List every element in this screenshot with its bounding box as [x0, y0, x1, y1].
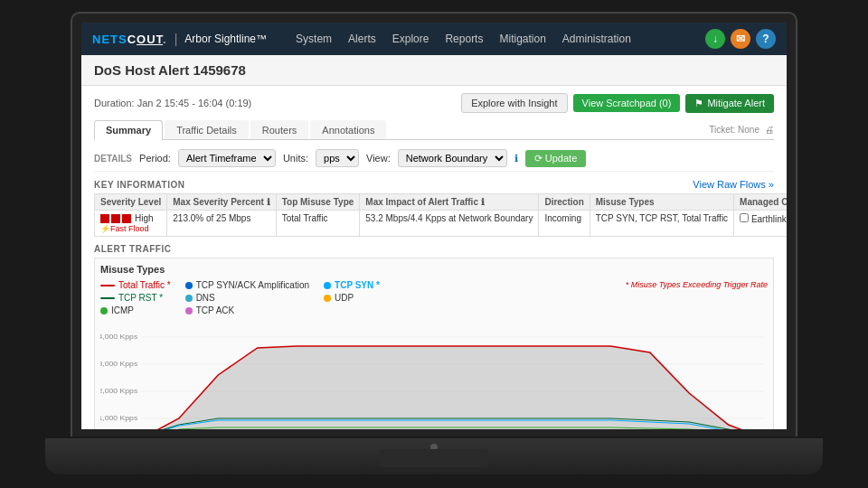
key-info-title: KEY INFORMATION	[94, 180, 184, 190]
top-nav: NETSCOUT. | Arbor Sightline™ System Aler…	[81, 23, 787, 55]
legend-label-tcp-rst: TCP RST *	[118, 293, 163, 303]
action-buttons: Explore with Insight View Scratchpad (0)…	[461, 93, 774, 113]
sev-block-1	[100, 214, 109, 223]
legend-color-tcp-ack	[185, 307, 193, 314]
duration-text: Duration: Jan 2 15:45 - 16:04 (0:19)	[94, 98, 251, 108]
legend-col-1: Total Traffic * TCP RST * ICMP	[100, 280, 171, 315]
view-select[interactable]: Network Boundary	[398, 149, 507, 167]
legend-icmp: ICMP	[100, 305, 171, 315]
legend-note: * Misuse Types Exceeding Trigger Rate	[626, 280, 768, 289]
legend-udp: UDP	[324, 293, 380, 303]
main-nav: System Alerts Explore Reports Mitigation…	[288, 29, 638, 49]
svg-marker-9	[142, 346, 764, 438]
tab-annotations[interactable]: Annotations	[310, 120, 386, 139]
legend-color-icmp	[100, 307, 108, 314]
chart-area: Misuse Types Total Traffic * TCP	[94, 258, 774, 438]
tab-routers[interactable]: Routers	[250, 120, 309, 139]
nav-item-administration[interactable]: Administration	[555, 29, 638, 49]
view-raw-flows-link[interactable]: View Raw Flows »	[693, 179, 774, 190]
svg-text:4,000 Kpps: 4,000 Kpps	[100, 332, 137, 341]
legend-tcp-syn-ack: TCP SYN/ACK Amplification	[185, 280, 309, 290]
period-select[interactable]: Alert Timeframe	[178, 149, 276, 167]
legend-label-udp: UDP	[335, 293, 354, 303]
info-icon: ℹ	[514, 153, 518, 164]
nav-item-reports[interactable]: Reports	[438, 29, 490, 49]
table-row: High ⚡Fast Flood 213.0% of 25 Mbps Total…	[95, 211, 797, 237]
legend-col-2: TCP SYN/ACK Amplification DNS TCP ACK	[185, 280, 309, 315]
controls-bar: DETAILS Period: Alert Timeframe Units: p…	[94, 145, 774, 172]
download-icon-btn[interactable]: ↓	[705, 29, 725, 49]
legend-color-tcp-syn-ack	[185, 282, 193, 289]
col-max-severity: Max Severity Percent ℹ	[167, 194, 276, 211]
legend-tcp-rst: TCP RST *	[100, 293, 171, 303]
nav-item-alerts[interactable]: Alerts	[341, 29, 383, 49]
nav-item-mitigation[interactable]: Mitigation	[492, 29, 552, 49]
nav-icons: ↓ ✉ ?	[705, 29, 776, 49]
col-direction: Direction	[539, 194, 590, 211]
mitigate-alert-label: Mitigate Alert	[707, 98, 765, 108]
sev-block-2	[111, 214, 120, 223]
legend-label-dns: DNS	[196, 293, 215, 303]
severity-icons: High	[100, 213, 161, 223]
update-button[interactable]: ⟳ Update	[525, 150, 587, 167]
alert-traffic-section: ALERT TRAFFIC Misuse Types Total Traffic…	[94, 244, 774, 438]
units-select[interactable]: pps	[316, 149, 359, 167]
ticket-label: Ticket: None	[709, 125, 760, 135]
units-label: Units:	[283, 153, 308, 164]
explore-insight-button[interactable]: Explore with Insight	[461, 93, 567, 113]
page-title: DoS Host Alert 1459678	[94, 62, 246, 78]
chart-container: 4,000 Kpps 3,000 Kpps 2,000 Kpps 1,000 K…	[100, 321, 768, 438]
svg-text:1,000 Kpps: 1,000 Kpps	[100, 413, 137, 422]
svg-text:3,000 Kpps: 3,000 Kpps	[100, 359, 137, 368]
details-label: DETAILS	[94, 154, 132, 164]
legend-label-tcp-ack: TCP ACK	[196, 305, 235, 315]
col-severity: Severity Level	[95, 194, 167, 211]
legend-col-3: TCP SYN * UDP	[324, 280, 380, 315]
traffic-chart: 4,000 Kpps 3,000 Kpps 2,000 Kpps 1,000 K…	[100, 321, 768, 438]
cell-managed-object: Earthlink, ...	[734, 211, 796, 237]
cell-max-impact: 53.2 Mbps/4.4 Kpps at Network Boundary	[360, 211, 539, 237]
brand-area: NETSCOUT. | Arbor Sightline™	[92, 32, 267, 46]
legend-color-dns	[185, 295, 193, 302]
managed-object-checkbox[interactable]	[740, 213, 749, 222]
mitigate-alert-button[interactable]: ⚑ Mitigate Alert	[685, 94, 774, 113]
legend-dns: DNS	[185, 293, 309, 303]
period-label: Period:	[139, 153, 171, 164]
tabs-bar: Summary Traffic Details Routers Annotati…	[94, 120, 774, 140]
email-icon-btn[interactable]: ✉	[731, 29, 750, 49]
view-scratchpad-button[interactable]: View Scratchpad (0)	[573, 94, 681, 112]
brand-divider: |	[175, 32, 178, 46]
nav-item-system[interactable]: System	[288, 29, 339, 49]
legend-label-tcp-syn: TCP SYN *	[335, 280, 380, 290]
svg-text:2,000 Kpps: 2,000 Kpps	[100, 386, 137, 395]
legend-label-icmp: ICMP	[111, 305, 134, 315]
legend-color-total-traffic	[100, 285, 115, 286]
cell-misuse-types: TCP SYN, TCP RST, Total Traffic	[590, 211, 733, 237]
cell-direction: Incoming	[539, 211, 590, 237]
legend-label-tcp-syn-ack: TCP SYN/ACK Amplification	[196, 280, 309, 290]
nav-item-explore[interactable]: Explore	[385, 29, 437, 49]
col-managed-object: Managed Object	[734, 194, 796, 211]
legend-color-udp	[324, 295, 331, 302]
tab-traffic-details[interactable]: Traffic Details	[165, 120, 249, 139]
legend-tcp-syn: TCP SYN *	[324, 280, 380, 290]
cell-top-misuse: Total Traffic	[276, 211, 360, 237]
key-info-table: Severity Level Max Severity Percent ℹ To…	[94, 193, 796, 237]
chart-subtitle: Misuse Types	[100, 264, 768, 275]
legend-total-traffic: Total Traffic *	[100, 280, 171, 290]
view-scratchpad-label: View Scratchpad (0)	[582, 98, 672, 108]
arbor-sightline-label: Arbor Sightline™	[184, 33, 267, 45]
tab-summary[interactable]: Summary	[94, 120, 163, 140]
help-icon-btn[interactable]: ?	[756, 29, 776, 49]
cell-severity: High ⚡Fast Flood	[95, 211, 167, 237]
printer-icon[interactable]: 🖨	[765, 125, 774, 135]
col-top-misuse: Top Misuse Type	[276, 194, 360, 211]
alert-traffic-title: ALERT TRAFFIC	[94, 244, 774, 254]
legend-color-tcp-syn	[324, 282, 331, 289]
sev-block-3	[122, 214, 131, 223]
severity-sub: ⚡Fast Flood	[100, 224, 161, 233]
legend-label-total-traffic: Total Traffic *	[118, 280, 171, 290]
col-misuse-types: Misuse Types	[590, 194, 733, 211]
view-label: View:	[366, 153, 391, 164]
legend-color-tcp-rst	[100, 297, 115, 299]
